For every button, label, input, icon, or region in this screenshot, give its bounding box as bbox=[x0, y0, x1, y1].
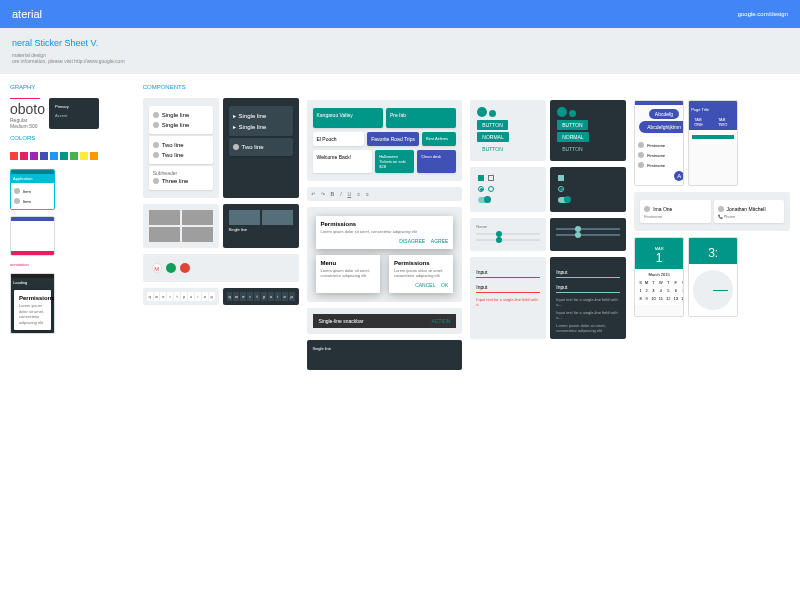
key[interactable]: r bbox=[247, 292, 253, 301]
list-item[interactable]: Firstname bbox=[638, 150, 680, 160]
cal-date[interactable]: 5 bbox=[665, 287, 671, 294]
swatch-indigo[interactable] bbox=[40, 152, 48, 160]
list-item[interactable]: ▸Single line bbox=[233, 110, 289, 121]
italic-icon[interactable]: I bbox=[340, 191, 341, 197]
cal-date[interactable]: 12 bbox=[665, 295, 671, 302]
switch[interactable] bbox=[558, 197, 570, 203]
text-input-error[interactable]: Input bbox=[476, 282, 540, 293]
card-welcome[interactable]: Welcome Back! bbox=[313, 150, 373, 173]
cal-date[interactable]: 3 bbox=[650, 287, 656, 294]
key[interactable]: r bbox=[167, 292, 173, 301]
cal-date[interactable]: 2 bbox=[644, 287, 649, 294]
grid-tile[interactable] bbox=[149, 227, 180, 242]
hangouts-icon[interactable] bbox=[166, 263, 176, 273]
grid-tile[interactable] bbox=[182, 227, 213, 242]
radio-off[interactable] bbox=[488, 186, 494, 192]
list-item[interactable]: Two line bbox=[153, 140, 209, 150]
contact-card[interactable]: Ima One Firstname bbox=[640, 200, 710, 223]
key[interactable]: e bbox=[240, 292, 246, 301]
text-input[interactable]: Input bbox=[556, 267, 620, 278]
list-item[interactable]: Two line bbox=[153, 150, 209, 160]
cal-date[interactable]: 13 bbox=[673, 295, 679, 302]
cal-date[interactable]: 7 bbox=[680, 287, 684, 294]
key[interactable]: o bbox=[282, 292, 288, 301]
list-item[interactable]: Two line bbox=[233, 142, 289, 152]
key[interactable]: u bbox=[188, 292, 194, 301]
flat-button[interactable]: BUTTON bbox=[477, 144, 507, 154]
swatch-pink[interactable] bbox=[20, 152, 28, 160]
fab-mini[interactable] bbox=[569, 110, 576, 117]
checkbox[interactable] bbox=[478, 175, 484, 181]
header-url[interactable]: google.com/design bbox=[738, 11, 788, 17]
switch[interactable] bbox=[478, 197, 490, 203]
key[interactable]: q bbox=[147, 292, 153, 301]
card-prefab[interactable]: Pre fab bbox=[386, 108, 456, 128]
swatch-yellow[interactable] bbox=[80, 152, 88, 160]
ok-button[interactable]: OK bbox=[441, 282, 448, 288]
key[interactable]: o bbox=[202, 292, 208, 301]
checkbox[interactable] bbox=[558, 175, 564, 181]
grid-tile[interactable] bbox=[229, 210, 260, 225]
key[interactable]: y bbox=[261, 292, 267, 301]
agree-button[interactable]: AGREE bbox=[431, 238, 449, 244]
raised-button[interactable]: BUTTON bbox=[557, 120, 587, 130]
list-item[interactable]: Single line bbox=[153, 120, 209, 130]
key[interactable]: q bbox=[227, 292, 233, 301]
slider[interactable] bbox=[556, 234, 620, 236]
grid-tile[interactable] bbox=[182, 210, 213, 225]
swatch-teal[interactable] bbox=[60, 152, 68, 160]
card-halloween[interactable]: Halloween Tickets on sale $28 bbox=[375, 150, 414, 173]
fab-mini[interactable] bbox=[489, 110, 496, 117]
fab-letter[interactable]: A bbox=[674, 171, 684, 181]
chip[interactable]: Abcdefg bbox=[649, 109, 679, 119]
bold-icon[interactable]: B bbox=[331, 191, 335, 197]
key[interactable]: w bbox=[233, 292, 239, 301]
list-item[interactable]: Single line bbox=[153, 110, 209, 120]
raised-button[interactable]: NORMAL bbox=[477, 132, 508, 142]
slider[interactable] bbox=[556, 228, 620, 230]
grid-tile[interactable] bbox=[262, 210, 293, 225]
contact-card[interactable]: Jonathan Mitchell 📞 Phone bbox=[714, 200, 784, 223]
key[interactable]: t bbox=[174, 292, 180, 301]
redo-icon[interactable]: ↷ bbox=[321, 191, 325, 197]
card-kangaroo[interactable]: Kangaroo Valley bbox=[313, 108, 383, 128]
key[interactable]: p bbox=[289, 292, 295, 301]
align-left-icon[interactable]: ≡ bbox=[357, 191, 360, 197]
swatch-purple[interactable] bbox=[30, 152, 38, 160]
gmail-icon[interactable]: M bbox=[152, 263, 162, 273]
text-input[interactable]: Input bbox=[476, 267, 540, 278]
raised-button[interactable]: BUTTON bbox=[477, 120, 507, 130]
card-elpooch[interactable]: El Pooch bbox=[313, 132, 365, 146]
card-airlines[interactable]: Best Airlines bbox=[422, 132, 456, 146]
tab[interactable]: TAB ONE bbox=[689, 114, 713, 130]
cal-date[interactable]: 9 bbox=[644, 295, 649, 302]
list-item[interactable]: Item bbox=[14, 186, 51, 196]
list-item[interactable]: Firstname bbox=[638, 160, 680, 170]
key[interactable]: e bbox=[160, 292, 166, 301]
cal-date[interactable]: 11 bbox=[658, 295, 664, 302]
grid-tile[interactable] bbox=[149, 210, 180, 225]
underline-icon[interactable]: U bbox=[348, 191, 352, 197]
list-item[interactable]: ▸Single line bbox=[233, 121, 289, 132]
key[interactable]: i bbox=[195, 292, 201, 301]
search-bar[interactable] bbox=[692, 135, 734, 139]
raised-button[interactable]: NORMAL bbox=[557, 132, 588, 142]
key[interactable]: p bbox=[209, 292, 215, 301]
chip[interactable]: Abcdefghijklmn bbox=[639, 121, 684, 133]
list-item[interactable]: Item bbox=[14, 196, 51, 206]
disagree-button[interactable]: DISAGREE bbox=[399, 238, 425, 244]
card-roadtrips[interactable]: Favorite Road Trips bbox=[367, 132, 419, 146]
key[interactable]: w bbox=[154, 292, 160, 301]
cal-date[interactable]: 4 bbox=[658, 287, 664, 294]
cal-date[interactable]: 10 bbox=[650, 295, 656, 302]
list-item[interactable]: Firstname bbox=[638, 140, 680, 150]
swatch-red[interactable] bbox=[10, 152, 18, 160]
undo-icon[interactable]: ↶ bbox=[311, 191, 315, 197]
fab[interactable] bbox=[557, 107, 567, 117]
tab[interactable]: TAB TWO bbox=[713, 114, 737, 130]
radio-on[interactable] bbox=[478, 186, 484, 192]
google-plus-icon[interactable] bbox=[180, 263, 190, 273]
card-cleandesk[interactable]: Clean desk bbox=[417, 150, 456, 173]
key[interactable]: i bbox=[275, 292, 281, 301]
fab[interactable] bbox=[477, 107, 487, 117]
